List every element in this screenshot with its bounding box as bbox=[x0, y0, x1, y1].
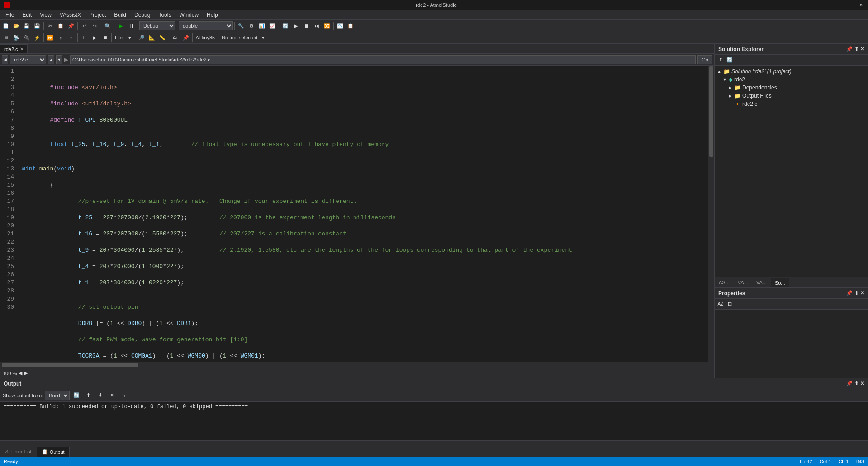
code-content[interactable]: #include <avr/io.h> #include <util/delay… bbox=[18, 66, 708, 362]
tb-open[interactable]: 📂 bbox=[11, 21, 21, 31]
tb-copy[interactable]: 📋 bbox=[56, 21, 66, 31]
menu-build[interactable]: Build bbox=[110, 11, 130, 19]
output-tb-2[interactable]: ⬆ bbox=[83, 391, 93, 400]
menu-project[interactable]: Project bbox=[85, 11, 109, 19]
tb-extra8[interactable]: ⏭ bbox=[312, 21, 322, 31]
prop-close-btn[interactable]: ✕ bbox=[860, 290, 864, 296]
output-close-btn[interactable]: ✕ bbox=[860, 381, 864, 386]
menu-debug[interactable]: Debug bbox=[131, 11, 154, 19]
tb-extra3[interactable]: 📊 bbox=[257, 21, 267, 31]
tb-save[interactable]: 💾 bbox=[22, 21, 32, 31]
tb-extra11[interactable]: 📋 bbox=[346, 21, 356, 31]
tree-dependencies[interactable]: ▶ 📁 Dependencies bbox=[716, 84, 866, 92]
se-float-btn[interactable]: ⬆ bbox=[854, 46, 859, 52]
menu-file[interactable]: File bbox=[2, 11, 18, 19]
side-tab-va2[interactable]: VA... bbox=[752, 278, 771, 287]
tb2-10[interactable]: ⏹ bbox=[100, 33, 110, 42]
tb2-2[interactable]: 📡 bbox=[11, 33, 21, 42]
tree-expand-project[interactable]: ▼ bbox=[722, 77, 727, 82]
tb2-9[interactable]: ▶ bbox=[90, 33, 100, 42]
path-scroll-up[interactable]: ▲ bbox=[48, 55, 54, 64]
output-pin-btn[interactable]: 📌 bbox=[846, 381, 853, 386]
tab-rde2c[interactable]: rde2.c ✕ bbox=[0, 44, 28, 53]
side-tab-as[interactable]: AS... bbox=[715, 278, 734, 287]
zoom-increase[interactable]: ▶ bbox=[24, 370, 28, 376]
prop-pin-btn[interactable]: 📌 bbox=[846, 290, 853, 296]
se-tb-1[interactable]: ⬆ bbox=[716, 56, 725, 64]
side-tab-so[interactable]: So... bbox=[771, 278, 789, 287]
tb-paste[interactable]: 📌 bbox=[66, 21, 76, 31]
tb2-14[interactable]: 📏 bbox=[157, 33, 167, 42]
output-h-scrollbar[interactable] bbox=[0, 440, 868, 446]
tb-new[interactable]: 📄 bbox=[1, 21, 11, 31]
file-select[interactable]: rde2.c bbox=[10, 55, 46, 64]
menu-tools[interactable]: Tools bbox=[155, 11, 175, 19]
output-tb-3[interactable]: ⬇ bbox=[95, 391, 105, 400]
code-scrollbar[interactable] bbox=[708, 66, 714, 362]
tree-expand-solution[interactable]: ▲ bbox=[716, 69, 722, 74]
se-tb-2[interactable]: 🔄 bbox=[726, 56, 734, 64]
tb2-4[interactable]: ⚡ bbox=[32, 33, 42, 42]
tb2-hex[interactable]: ▾ bbox=[126, 33, 133, 42]
menu-view[interactable]: View bbox=[36, 11, 55, 19]
tree-expand-deps[interactable]: ▶ bbox=[727, 85, 733, 90]
go-button[interactable]: Go bbox=[697, 55, 712, 64]
path-scroll-down[interactable]: ▼ bbox=[56, 55, 62, 64]
tb-pause[interactable]: ⏸ bbox=[126, 21, 136, 31]
output-tb-clear[interactable]: ✕ bbox=[107, 391, 117, 400]
tb-extra7[interactable]: ⏹ bbox=[301, 21, 311, 31]
menu-help[interactable]: Help bbox=[203, 11, 222, 19]
tb2-15[interactable]: 🗂 bbox=[171, 33, 180, 42]
tree-project[interactable]: ▼ ◆ rde2 bbox=[716, 75, 866, 84]
tb-undo[interactable]: ↩ bbox=[79, 21, 89, 31]
maximize-button[interactable]: □ bbox=[850, 2, 856, 8]
close-button[interactable]: ✕ bbox=[858, 2, 864, 8]
tb-extra4[interactable]: 📈 bbox=[267, 21, 277, 31]
path-input[interactable] bbox=[70, 55, 696, 64]
menu-window[interactable]: Window bbox=[175, 11, 202, 19]
tb2-13[interactable]: 📐 bbox=[147, 33, 157, 42]
tree-expand-output[interactable]: ▶ bbox=[727, 94, 733, 98]
minimize-button[interactable]: ─ bbox=[842, 2, 848, 8]
tb-redo[interactable]: ↪ bbox=[90, 21, 100, 31]
prop-float-btn[interactable]: ⬆ bbox=[854, 290, 859, 296]
se-pin-btn[interactable]: 📌 bbox=[846, 46, 853, 52]
tb-start[interactable]: ▶ bbox=[116, 21, 126, 31]
output-float-btn[interactable]: ⬆ bbox=[854, 381, 859, 386]
tb-extra1[interactable]: 🔧 bbox=[236, 21, 246, 31]
menu-vassistx[interactable]: VAssistX bbox=[56, 11, 85, 19]
tb2-16[interactable]: 📌 bbox=[181, 33, 191, 42]
tb2-7[interactable]: ↔ bbox=[66, 33, 76, 42]
tb-extra10[interactable]: 📉 bbox=[335, 21, 345, 31]
path-scroll-left[interactable]: ◀ bbox=[2, 55, 8, 64]
tb2-5[interactable]: ⏩ bbox=[45, 33, 55, 42]
tb-extra9[interactable]: 🔀 bbox=[322, 21, 332, 31]
tb-find[interactable]: 🔍 bbox=[103, 21, 113, 31]
zoom-decrease[interactable]: ◀ bbox=[19, 370, 22, 376]
menu-edit[interactable]: Edit bbox=[19, 11, 35, 19]
tree-output-files[interactable]: ▶ 📁 Output Files bbox=[716, 92, 866, 100]
output-tb-1[interactable]: 🔄 bbox=[71, 391, 81, 400]
output-tb-wrap[interactable]: ⌂ bbox=[119, 391, 128, 400]
prop-tb-sort[interactable]: AZ bbox=[716, 300, 725, 308]
tb-save-all[interactable]: 💾 bbox=[32, 21, 42, 31]
se-close-btn[interactable]: ✕ bbox=[860, 46, 864, 52]
device-select[interactable]: double bbox=[179, 21, 233, 30]
tb2-1[interactable]: 🖥 bbox=[1, 33, 11, 42]
tree-rde2c[interactable]: 🔸 rde2.c bbox=[716, 100, 866, 108]
tab-close[interactable]: ✕ bbox=[20, 47, 24, 52]
h-scroll-thumb[interactable] bbox=[2, 363, 138, 367]
tb2-8[interactable]: ⏸ bbox=[79, 33, 89, 42]
tab-error-list[interactable]: ⚠ Error List bbox=[0, 447, 37, 457]
tb2-3[interactable]: 🔌 bbox=[22, 33, 32, 42]
code-scroll-thumb[interactable] bbox=[709, 66, 713, 157]
tb-extra6[interactable]: ▶ bbox=[291, 21, 301, 31]
tb-extra2[interactable]: ⚙ bbox=[247, 21, 256, 31]
debug-config-select[interactable]: Debug bbox=[139, 21, 175, 30]
tb-cut[interactable]: ✂ bbox=[45, 21, 55, 31]
tb2-tool-down[interactable]: ▾ bbox=[260, 33, 267, 42]
side-tab-va1[interactable]: VA... bbox=[734, 278, 752, 287]
tree-solution[interactable]: ▲ 📁 Solution 'rde2' (1 project) bbox=[716, 67, 866, 75]
output-source-select[interactable]: Build bbox=[45, 391, 70, 400]
tb2-6[interactable]: ↕ bbox=[56, 33, 66, 42]
